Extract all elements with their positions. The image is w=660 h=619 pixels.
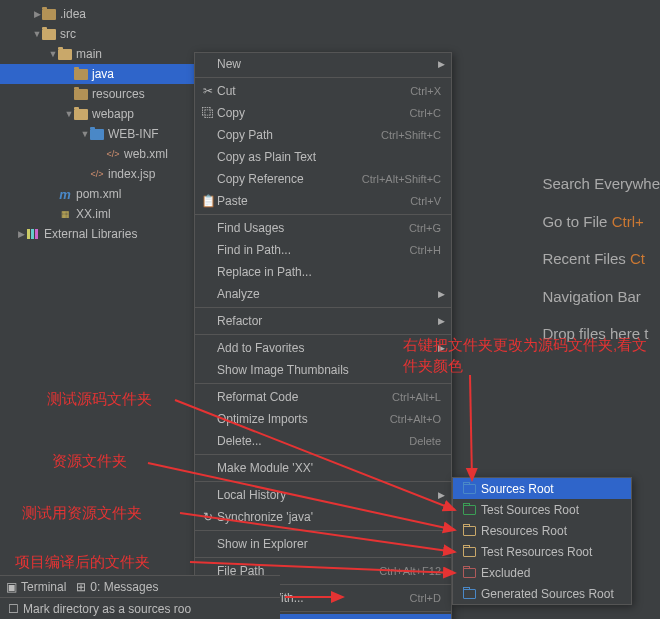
menu-show-in-explorer[interactable]: Show in Explorer bbox=[195, 533, 451, 555]
submenu-label: Test Sources Root bbox=[481, 503, 579, 517]
menu-local-history[interactable]: Local History▶ bbox=[195, 484, 451, 506]
folder-icon bbox=[461, 587, 477, 601]
menu-label: Show in Explorer bbox=[217, 537, 441, 551]
menu-reformat-code[interactable]: Reformat CodeCtrl+Alt+L bbox=[195, 386, 451, 408]
menu-label: Optimize Imports bbox=[217, 412, 390, 426]
submenu-label: Resources Root bbox=[481, 524, 567, 538]
messages-tab[interactable]: ⊞ 0: Messages bbox=[76, 580, 158, 594]
tree-label: WEB-INF bbox=[108, 127, 159, 141]
submenu-sources-root[interactable]: Sources Root bbox=[453, 478, 631, 499]
menu-find-usages[interactable]: Find UsagesCtrl+G bbox=[195, 217, 451, 239]
menu-label: Copy bbox=[217, 106, 410, 120]
menu-cut[interactable]: ✂CutCtrl+X bbox=[195, 80, 451, 102]
submenu-resources-root[interactable]: Resources Root bbox=[453, 520, 631, 541]
menu-label: Paste bbox=[217, 194, 410, 208]
menu-copy[interactable]: ⿻CopyCtrl+C bbox=[195, 102, 451, 124]
status-bar: ☐ Mark directory as a sources roo bbox=[0, 597, 280, 619]
folder-icon bbox=[461, 524, 477, 538]
xml-icon: </> bbox=[90, 167, 104, 181]
tree-item-java[interactable]: java bbox=[0, 64, 200, 84]
submenu-arrow-icon: ▶ bbox=[438, 289, 445, 299]
menu-copy-path[interactable]: Copy PathCtrl+Shift+C bbox=[195, 124, 451, 146]
submenu-test-resources-root[interactable]: Test Resources Root bbox=[453, 541, 631, 562]
annotation-test-src: 测试源码文件夹 bbox=[47, 390, 152, 409]
shortcut: Ctrl+Alt+O bbox=[390, 413, 441, 425]
menu-icon: 📋 bbox=[199, 194, 217, 208]
shortcut: Ctrl+H bbox=[410, 244, 441, 256]
submenu-label: Test Resources Root bbox=[481, 545, 592, 559]
shortcut: Ctrl+Alt+L bbox=[392, 391, 441, 403]
menu-synchronize-java-[interactable]: ↻Synchronize 'java' bbox=[195, 506, 451, 528]
maven-icon: m bbox=[58, 187, 72, 201]
shortcut: Ctrl+Alt+Shift+C bbox=[362, 173, 441, 185]
tree-item-webapp[interactable]: ▼webapp bbox=[0, 104, 200, 124]
tree-item-xximl[interactable]: ▦XX.iml bbox=[0, 204, 200, 224]
submenu-excluded[interactable]: Excluded bbox=[453, 562, 631, 583]
menu-label: Delete... bbox=[217, 434, 409, 448]
tree-item-webxml[interactable]: </>web.xml bbox=[0, 144, 200, 164]
folder-icon bbox=[74, 69, 88, 80]
menu-label: Reformat Code bbox=[217, 390, 392, 404]
menu-label: Copy Reference bbox=[217, 172, 362, 186]
menu-label: Analyze bbox=[217, 287, 441, 301]
menu-label: Refactor bbox=[217, 314, 441, 328]
menu-label: Replace in Path... bbox=[217, 265, 441, 279]
xml-icon: </> bbox=[106, 147, 120, 161]
folder-icon bbox=[42, 9, 56, 20]
tree-label: .idea bbox=[60, 7, 86, 21]
chevron-icon: ▶ bbox=[32, 9, 42, 19]
tree-item-indexjsp[interactable]: </>index.jsp bbox=[0, 164, 200, 184]
shortcut: Delete bbox=[409, 435, 441, 447]
chevron-icon: ▼ bbox=[64, 109, 74, 119]
tree-label: src bbox=[60, 27, 76, 41]
menu-make-module-xx-[interactable]: Make Module 'XX' bbox=[195, 457, 451, 479]
terminal-tab[interactable]: ▣ Terminal bbox=[6, 580, 66, 594]
menu-new[interactable]: New▶ bbox=[195, 53, 451, 75]
hint-search: Search Everywhe bbox=[542, 165, 660, 203]
menu-analyze[interactable]: Analyze▶ bbox=[195, 283, 451, 305]
tree-item-src[interactable]: ▼src bbox=[0, 24, 200, 44]
chevron-icon: ▼ bbox=[80, 129, 90, 139]
menu-label: Cut bbox=[217, 84, 410, 98]
menu-label: Copy Path bbox=[217, 128, 381, 142]
folder-icon bbox=[42, 29, 56, 40]
menu-label: Find in Path... bbox=[217, 243, 410, 257]
submenu-label: Generated Sources Root bbox=[481, 587, 614, 601]
menu-refactor[interactable]: Refactor▶ bbox=[195, 310, 451, 332]
submenu-label: Sources Root bbox=[481, 482, 554, 496]
chevron-icon: ▼ bbox=[32, 29, 42, 39]
menu-copy-reference[interactable]: Copy ReferenceCtrl+Alt+Shift+C bbox=[195, 168, 451, 190]
menu-label: Copy as Plain Text bbox=[217, 150, 441, 164]
submenu-test-sources-root[interactable]: Test Sources Root bbox=[453, 499, 631, 520]
menu-delete-[interactable]: Delete...Delete bbox=[195, 430, 451, 452]
tree-item-main[interactable]: ▼main bbox=[0, 44, 200, 64]
menu-label: Make Module 'XX' bbox=[217, 461, 441, 475]
tree-label: pom.xml bbox=[76, 187, 121, 201]
submenu-arrow-icon: ▶ bbox=[438, 59, 445, 69]
chevron-icon: ▶ bbox=[16, 229, 26, 239]
menu-copy-as-plain-text[interactable]: Copy as Plain Text bbox=[195, 146, 451, 168]
shortcut: Ctrl+D bbox=[410, 592, 441, 604]
tree-item-idea[interactable]: ▶.idea bbox=[0, 4, 200, 24]
menu-icon: ⿻ bbox=[199, 106, 217, 120]
shortcut: Ctrl+C bbox=[410, 107, 441, 119]
menu-replace-in-path-[interactable]: Replace in Path... bbox=[195, 261, 451, 283]
menu-optimize-imports[interactable]: Optimize ImportsCtrl+Alt+O bbox=[195, 408, 451, 430]
tree-item-externallibraries[interactable]: ▶External Libraries bbox=[0, 224, 200, 244]
annotation-test-res: 测试用资源文件夹 bbox=[22, 504, 142, 523]
hint-recent: Recent Files Ct bbox=[542, 240, 660, 278]
menu-paste[interactable]: 📋PasteCtrl+V bbox=[195, 190, 451, 212]
folder-icon bbox=[461, 503, 477, 517]
hint-goto: Go to File Ctrl+ bbox=[542, 203, 660, 241]
tree-item-webinf[interactable]: ▼WEB-INF bbox=[0, 124, 200, 144]
menu-icon: ✂ bbox=[199, 84, 217, 98]
submenu-generated-sources-root[interactable]: Generated Sources Root bbox=[453, 583, 631, 604]
library-icon bbox=[26, 227, 40, 241]
tree-item-resources[interactable]: resources bbox=[0, 84, 200, 104]
menu-find-in-path-[interactable]: Find in Path...Ctrl+H bbox=[195, 239, 451, 261]
folder-icon bbox=[461, 566, 477, 580]
tree-item-pomxml[interactable]: mpom.xml bbox=[0, 184, 200, 204]
folder-icon bbox=[461, 482, 477, 496]
tree-label: External Libraries bbox=[44, 227, 137, 241]
tree-label: resources bbox=[92, 87, 145, 101]
